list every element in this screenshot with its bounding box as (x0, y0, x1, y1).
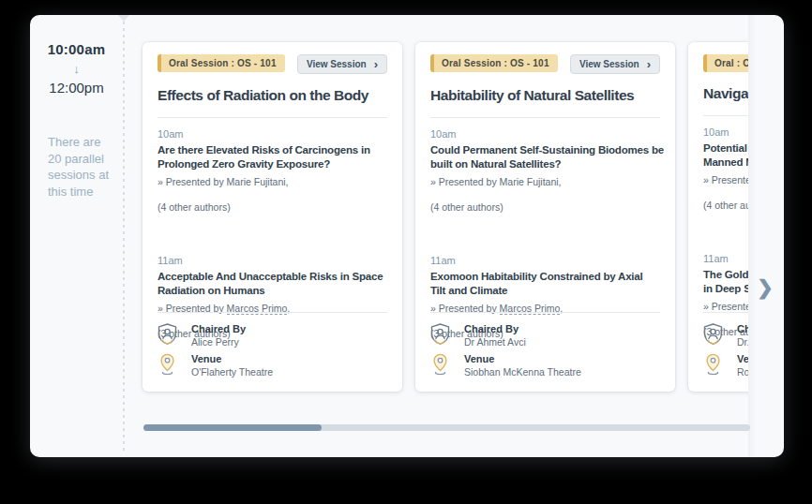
chair-shield-icon (158, 323, 177, 346)
chaired-by-row: Chaired By Alice Perry (158, 323, 246, 348)
card-header: Oral Session : OS - 101 View Session › (158, 42, 387, 74)
talk-time: 11am (158, 255, 387, 266)
venue-row: Venue O'Flaherty Theatre (158, 353, 273, 378)
card-header: Oral : OS - 03 (703, 42, 748, 72)
next-sessions-button[interactable]: ❯ (751, 274, 779, 302)
chaired-by-text: Chaired By Alice Perry (191, 323, 246, 348)
presented-suffix: , (559, 176, 562, 187)
chaired-by-label: Chaired By (191, 323, 246, 335)
view-session-label: View Session (579, 59, 639, 69)
view-session-button[interactable]: View Session › (570, 54, 660, 74)
session-type-badge: Oral Session : OS - 101 (430, 54, 558, 72)
slot-start-time: 10:00am (30, 41, 123, 57)
card-header: Oral Session : OS - 101 View Session › (430, 42, 660, 74)
venue-label: Venue (464, 353, 581, 365)
session-title: Habitability of Natural Satellites (430, 87, 660, 104)
down-arrow-icon: ↓ (30, 62, 123, 76)
talk-item: 11am Acceptable And Unacceptable Risks i… (158, 255, 387, 366)
presenter-name: Marie Fujitani (500, 176, 559, 187)
chair-name: Dr. J (737, 336, 748, 348)
talk-title: Potential Manned M (703, 141, 748, 170)
session-title: Effects of Radiation on the Body (158, 87, 387, 104)
horizontal-scrollbar-track[interactable] (143, 424, 750, 431)
session-card: Oral : OS - 03 Naviga 10am Potential Man… (688, 42, 748, 392)
divider (158, 117, 387, 118)
talk-time: 10am (158, 128, 387, 140)
chair-name: Alice Perry (191, 336, 246, 348)
session-card: Oral Session : OS - 101 View Session › E… (143, 42, 402, 392)
view-session-label: View Session (307, 59, 367, 69)
time-slot: 10:00am ↓ 12:00pm (30, 41, 123, 96)
other-authors: (4 other aut (703, 200, 748, 213)
divider (430, 312, 660, 313)
schedule-window: 10:00am ↓ 12:00pm There are 20 parallel … (30, 15, 784, 457)
talk-item: 10am Are there Elevated Risks of Carcino… (158, 128, 387, 240)
venue-pin-icon (158, 353, 177, 376)
talk-title: Acceptable And Unacceptable Risks in Spa… (158, 270, 387, 298)
chevron-right-icon: › (374, 60, 378, 68)
chaired-by-row: Chaired By Dr Ahmet Avci (430, 323, 526, 348)
session-type-badge: Oral : OS - 03 (703, 54, 748, 72)
presented-by-prefix: » Presented by (158, 176, 227, 187)
other-authors: (4 other authors) (430, 201, 660, 215)
time-sidebar: 10:00am ↓ 12:00pm There are 20 parallel … (30, 15, 123, 457)
divider (430, 117, 660, 118)
talk-item: 10am Could Permanent Self-Sustaining Bio… (430, 128, 660, 240)
talk-presenters: » Presented by Marie Fujitani, (4 other … (158, 176, 387, 240)
slot-end-time: 12:00pm (30, 80, 123, 96)
divider (703, 115, 748, 116)
venue-row: Venue Siobhan McKenna Theatre (430, 353, 581, 378)
session-cards-row: Oral Session : OS - 101 View Session › E… (143, 42, 748, 392)
venue-row: Ven Roo (703, 353, 748, 378)
chevron-right-icon: › (647, 60, 651, 68)
venue-text: Ven Roo (737, 353, 748, 378)
talk-title: Are there Elevated Risks of Carcinogens … (158, 143, 387, 171)
venue-text: Venue O'Flaherty Theatre (191, 353, 273, 378)
presented-by-prefix: » Presented (703, 301, 748, 312)
venue-label: Ven (737, 353, 748, 365)
chair-shield-icon (430, 323, 450, 346)
talk-time: 11am (703, 253, 748, 264)
parallel-sessions-note: There are 20 parallel sessions at this t… (48, 134, 109, 200)
divider (158, 312, 387, 313)
chaired-by-text: Cha Dr. J (737, 323, 748, 348)
venue-name: O'Flaherty Theatre (191, 366, 273, 378)
horizontal-scrollbar-thumb[interactable] (143, 424, 322, 431)
talk-time: 11am (430, 255, 660, 266)
talk-presenters: » Presented by Marie Fujitani, (4 other … (430, 176, 660, 240)
talk-title: Exomoon Habitability Constrained by Axia… (430, 270, 660, 298)
venue-name: Siobhan McKenna Theatre (464, 366, 581, 378)
talk-presenters: » Presented (4 other aut (703, 174, 748, 238)
chair-shield-icon (703, 323, 723, 346)
carousel-next-zone: ❯ (748, 15, 784, 457)
chaired-by-label: Chaired By (464, 323, 526, 335)
talk-title: The Golde in Deep S (703, 268, 748, 296)
talk-time: 10am (703, 126, 748, 138)
view-session-button[interactable]: View Session › (297, 54, 387, 74)
divider (703, 312, 748, 313)
chaired-by-row: Cha Dr. J (703, 323, 748, 348)
chaired-by-label: Cha (737, 323, 748, 335)
chair-name: Dr Ahmet Avci (464, 336, 526, 348)
screen-background: 10:00am ↓ 12:00pm There are 20 parallel … (0, 0, 812, 504)
talk-time: 10am (430, 128, 660, 140)
chaired-by-text: Chaired By Dr Ahmet Avci (464, 323, 526, 348)
venue-pin-icon (430, 353, 450, 376)
presenter-name: Marie Fujitani (227, 176, 286, 187)
session-title: Naviga (703, 85, 748, 102)
talk-title: Could Permanent Self-Sustaining Biodomes… (430, 143, 660, 171)
venue-label: Venue (191, 353, 273, 365)
talk-item: 10am Potential Manned M » Presented (4 o… (703, 126, 748, 238)
sessions-scroll-viewport: Oral Session : OS - 101 View Session › E… (125, 15, 748, 457)
other-authors: (4 other authors) (158, 201, 387, 215)
presented-suffix: , (286, 176, 289, 187)
venue-pin-icon (703, 353, 723, 376)
presented-by-prefix: » Presented (703, 174, 748, 185)
presented-by-prefix: » Presented by (430, 176, 500, 187)
session-type-badge: Oral Session : OS - 101 (158, 54, 285, 72)
venue-name: Roo (737, 366, 748, 378)
venue-text: Venue Siobhan McKenna Theatre (464, 353, 581, 378)
session-card: Oral Session : OS - 101 View Session › H… (415, 42, 675, 392)
talk-item: 11am Exomoon Habitability Constrained by… (430, 255, 660, 366)
